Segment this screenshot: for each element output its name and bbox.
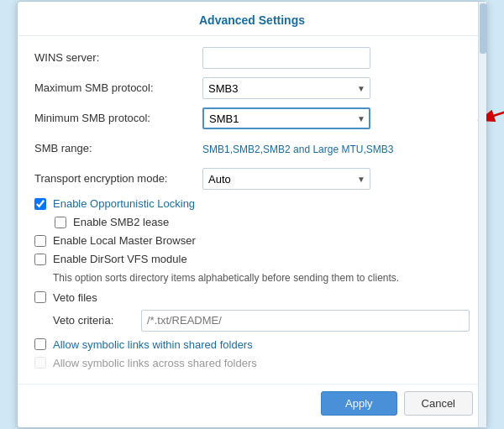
symlinks-across-checkbox — [34, 357, 46, 369]
min-smb-select-wrapper: SMB1 SMB2 SMB3 ▼ — [202, 107, 370, 129]
local-master-row: Enable Local Master Browser — [34, 234, 470, 247]
max-smb-select[interactable]: SMB1 SMB2 SMB3 — [202, 77, 370, 99]
dirsort-label: Enable DirSort VFS module — [53, 253, 187, 265]
symlinks-shared-checkbox[interactable] — [34, 338, 46, 350]
red-arrow-annotation — [471, 106, 504, 131]
dirsort-row: Enable DirSort VFS module — [34, 253, 470, 265]
smb2-lease-row: Enable SMB2 lease — [34, 216, 470, 228]
max-smb-select-wrapper: SMB1 SMB2 SMB3 ▼ — [202, 77, 370, 99]
scrollbar[interactable] — [478, 2, 486, 427]
veto-criteria-input[interactable] — [141, 310, 470, 332]
min-smb-label: Minimum SMB protocol: — [34, 111, 202, 126]
apply-button[interactable]: Apply — [321, 391, 397, 416]
smb-range-value: SMB1,SMB2,SMB2 and Large MTU,SMB3 — [202, 143, 470, 155]
smb2-lease-checkbox[interactable] — [55, 217, 66, 228]
veto-files-checkbox[interactable] — [34, 291, 46, 303]
dialog-body: WINS server: Maximum SMB protocol: SMB1 … — [18, 36, 486, 384]
max-smb-row: Maximum SMB protocol: SMB1 SMB2 SMB3 ▼ — [34, 76, 470, 100]
scrollbar-thumb — [480, 3, 486, 54]
dialog-title: Advanced Settings — [18, 2, 486, 36]
wins-server-row: WINS server: — [34, 46, 470, 70]
dirsort-checkbox[interactable] — [34, 254, 46, 265]
wins-server-input[interactable] — [202, 47, 370, 69]
local-master-checkbox[interactable] — [34, 235, 46, 247]
wins-server-control — [202, 47, 470, 69]
min-smb-control: SMB1 SMB2 SMB3 ▼ — [202, 107, 470, 129]
symlinks-across-row: Allow symbolic links across shared folde… — [34, 357, 470, 369]
max-smb-label: Maximum SMB protocol: — [34, 81, 202, 96]
veto-criteria-row: Veto criteria: — [34, 310, 470, 332]
advanced-settings-dialog: Advanced Settings WINS server: Maximum S… — [17, 1, 487, 428]
smb-range-text: SMB1,SMB2,SMB2 and Large MTU,SMB3 — [202, 144, 393, 155]
smb-range-label: SMB range: — [34, 141, 202, 156]
transport-select[interactable]: Auto Off On — [202, 168, 370, 190]
veto-criteria-label: Veto criteria: — [53, 314, 141, 327]
max-smb-control: SMB1 SMB2 SMB3 ▼ — [202, 77, 470, 99]
symlinks-shared-row: Allow symbolic links within shared folde… — [34, 338, 470, 351]
transport-row: Transport encryption mode: Auto Off On ▼ — [34, 167, 470, 191]
opportunistic-checkbox[interactable] — [34, 198, 46, 210]
transport-control: Auto Off On ▼ — [202, 168, 470, 190]
veto-files-row: Veto files — [34, 291, 470, 304]
dialog-footer: Apply Cancel — [18, 384, 486, 427]
opportunistic-label: Enable Opportunistic Locking — [53, 197, 195, 210]
local-master-label: Enable Local Master Browser — [53, 234, 196, 247]
min-smb-select[interactable]: SMB1 SMB2 SMB3 — [202, 107, 370, 129]
opportunistic-row: Enable Opportunistic Locking — [34, 197, 470, 210]
cancel-button[interactable]: Cancel — [404, 391, 473, 416]
dirsort-note: This option sorts directory items alphab… — [53, 271, 470, 285]
wins-server-label: WINS server: — [34, 50, 202, 65]
symlinks-shared-label: Allow symbolic links within shared folde… — [53, 338, 253, 351]
transport-label: Transport encryption mode: — [34, 171, 202, 186]
min-smb-row: Minimum SMB protocol: SMB1 SMB2 SMB3 ▼ — [34, 107, 470, 130]
smb2-lease-label: Enable SMB2 lease — [73, 216, 169, 228]
smb-range-row: SMB range: SMB1,SMB2,SMB2 and Large MTU,… — [34, 137, 470, 160]
transport-select-wrapper: Auto Off On ▼ — [202, 168, 370, 190]
veto-files-label: Veto files — [53, 291, 97, 304]
symlinks-across-label: Allow symbolic links across shared folde… — [53, 357, 257, 369]
